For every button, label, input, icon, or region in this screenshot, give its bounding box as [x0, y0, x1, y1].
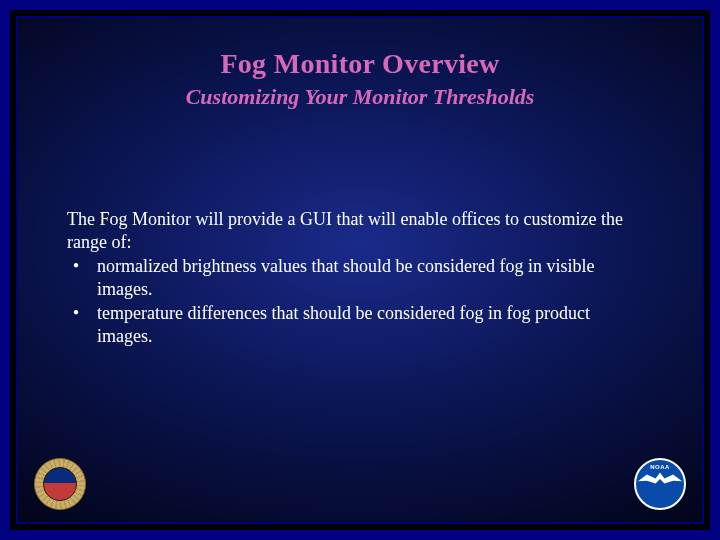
slide-inner-frame: Fog Monitor Overview Customizing Your Mo…	[16, 16, 704, 524]
nws-seal-icon	[34, 458, 86, 510]
slide-body: The Fog Monitor will provide a GUI that …	[63, 208, 657, 348]
list-item: temperature differences that should be c…	[67, 302, 633, 348]
intro-text: The Fog Monitor will provide a GUI that …	[67, 208, 633, 254]
slide-title: Fog Monitor Overview	[63, 48, 657, 80]
noaa-logo-icon: NOAA	[634, 458, 686, 510]
list-item: normalized brightness values that should…	[67, 255, 633, 301]
noaa-label: NOAA	[636, 464, 684, 470]
bullet-list: normalized brightness values that should…	[67, 255, 633, 348]
logo-row: NOAA	[34, 458, 686, 510]
slide-outer-frame: Fog Monitor Overview Customizing Your Mo…	[0, 0, 720, 540]
slide-subtitle: Customizing Your Monitor Thresholds	[63, 84, 657, 110]
